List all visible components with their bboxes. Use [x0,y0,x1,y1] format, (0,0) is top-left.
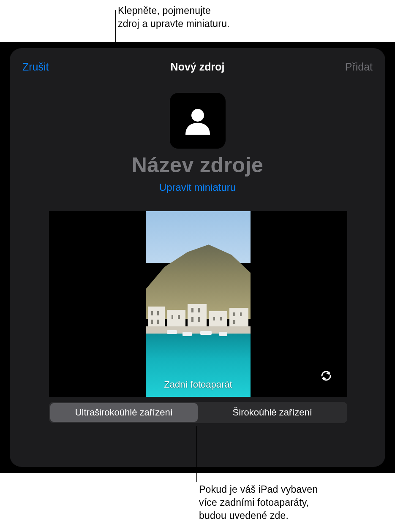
callout-bottom-text: Pokud je váš iPad vybaven více zadními f… [199,483,318,522]
new-source-sheet: Zrušit Nový zdroj Přidat Název zdroje Up… [10,48,385,467]
switch-camera-icon [317,366,335,385]
segment-wide-label: Širokoúhlé zařízení [233,407,312,418]
avatar-thumbnail[interactable] [170,93,226,149]
person-icon [181,104,214,137]
edit-thumbnail-link[interactable]: Upravit miniaturu [159,182,236,193]
source-name-placeholder: Název zdroje [132,153,264,177]
callout-bottom-line: Pokud je váš iPad vybaven více zadními f… [199,484,318,521]
cancel-label: Zrušit [22,61,49,73]
svg-point-0 [191,109,204,122]
sheet-title: Nový zdroj [171,61,225,73]
source-name-field[interactable]: Název zdroje [132,153,264,177]
sheet-header: Zrušit Nový zdroj Přidat [10,48,385,86]
cancel-button[interactable]: Zrušit [22,61,49,73]
segment-ultrawide-label: Ultraširokoúhlé zařízení [75,407,173,418]
camera-preview-image [146,211,251,397]
camera-preview: Zadní fotoaparát [49,211,347,397]
camera-lens-segmented[interactable]: Ultraširokoúhlé zařízení Širokoúhlé zaří… [49,402,347,423]
sheet-title-label: Nový zdroj [171,61,225,73]
add-button[interactable]: Přidat [345,61,373,73]
switch-camera-button[interactable] [314,364,338,388]
callout-bottom-leader-line [196,426,197,482]
callout-top-line: Klepněte, pojmenujte zdroj a upravte min… [118,5,230,29]
svg-point-1 [318,367,335,384]
add-label: Přidat [345,61,373,73]
camera-label: Zadní fotoaparát [164,379,232,390]
camera-label-text: Zadní fotoaparát [164,379,232,390]
segment-wide[interactable]: Širokoúhlé zařízení [199,403,346,422]
edit-thumbnail-label: Upravit miniaturu [159,182,236,193]
callout-top-text: Klepněte, pojmenujte zdroj a upravte min… [118,4,230,30]
segment-ultrawide[interactable]: Ultraširokoúhlé zařízení [50,403,198,422]
